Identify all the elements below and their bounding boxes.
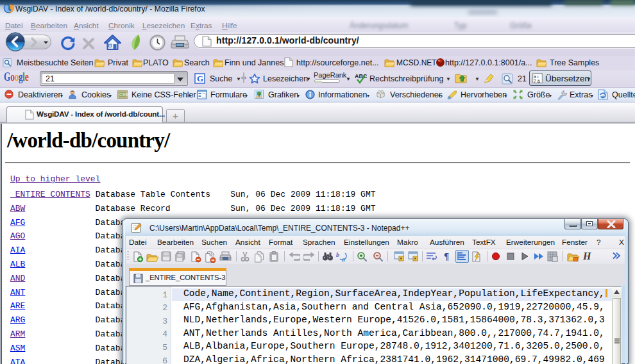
svg-text:¶: ¶: [444, 251, 449, 261]
svg-text:7 ä: 7 ä: [534, 79, 540, 83]
svg-text:b: b: [336, 251, 339, 258]
svg-text:H: H: [583, 251, 591, 261]
svg-text:G: G: [197, 74, 203, 83]
svg-text:a ı: a ı: [534, 74, 539, 79]
svg-text:CSS: CSS: [119, 92, 128, 97]
